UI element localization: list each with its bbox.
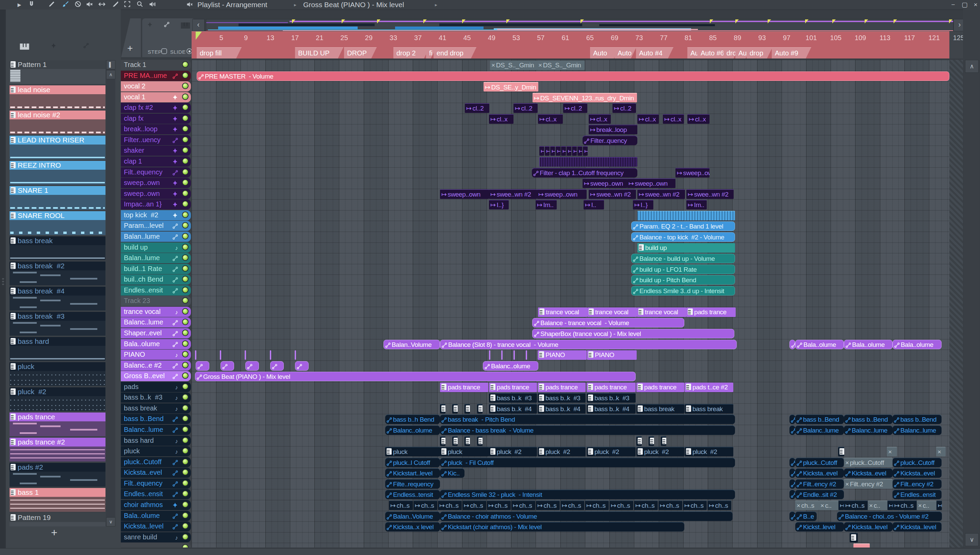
pattern-item[interactable]: bass 1	[10, 488, 106, 512]
audio-clip[interactable]: ×Filt..ency #2	[844, 479, 893, 489]
timeline-marker[interactable]: end drop	[434, 47, 476, 58]
overview-scroll-left-icon[interactable]: ‹	[192, 19, 204, 31]
pattern-item[interactable]: lead noise #2	[10, 111, 106, 135]
track-mute-led[interactable]	[182, 448, 188, 454]
zoom-icon[interactable]	[134, 1, 146, 9]
pattern-clip[interactable]: pads trance	[686, 308, 736, 317]
timeline-marker[interactable]: BUILD UP	[295, 47, 343, 58]
pattern-clip[interactable]: pluck #2	[538, 447, 586, 456]
timeline-marker[interactable]: drop 2	[394, 47, 429, 58]
automation-clip[interactable]: pluck - Fil Cutoff	[440, 458, 735, 467]
link-category-icon[interactable]	[84, 43, 89, 50]
automation-clip[interactable]	[295, 361, 308, 371]
track-header[interactable]: Track 23	[121, 296, 191, 306]
breadcrumb-clip[interactable]: Gross Beat (PIANO ) - Mix level	[303, 0, 404, 10]
automation-clip[interactable]: Gross Beat (PIANO ) - Mix level	[195, 372, 636, 381]
audio-clip[interactable]: ↦ch..s	[487, 500, 511, 510]
track-mute-led[interactable]	[182, 115, 188, 121]
track-header[interactable]: sweep..own	[121, 178, 191, 188]
scroll-down-icon[interactable]: ∨	[965, 533, 978, 546]
track-mute-led[interactable]	[182, 523, 188, 529]
scroll-up-icon[interactable]: ∧	[965, 60, 978, 73]
pattern-clip[interactable]	[649, 436, 654, 446]
panel-grip[interactable]	[2, 284, 4, 285]
pattern-item[interactable]: bass break	[10, 236, 106, 261]
audio-clip[interactable]: ↦	[839, 500, 844, 510]
pattern-clip[interactable]: pluck #2	[636, 447, 684, 456]
pattern-clip[interactable]: pluck #2	[684, 447, 733, 456]
track-header[interactable]: sanre build♪	[121, 532, 191, 542]
automation-clip[interactable]: Balance - trance vocal - Volume	[532, 318, 684, 327]
minimize-button[interactable]: −	[948, 0, 958, 10]
pattern-item[interactable]: pads trance	[10, 412, 106, 437]
tick-clip[interactable]	[195, 350, 196, 360]
automation-clip[interactable]	[789, 458, 795, 467]
automation-clip[interactable]	[789, 479, 795, 489]
timeline-marker[interactable]: drop fill	[197, 47, 242, 58]
automation-clip[interactable]: bass b..h Bend	[385, 415, 440, 424]
automation-clip[interactable]: Kickstart (choir athmos) - Mix level	[440, 522, 684, 531]
automation-clip[interactable]: Balan..Volume	[385, 512, 440, 521]
pattern-clip[interactable]	[452, 436, 458, 446]
playlist-speaker-icon[interactable]	[184, 1, 195, 9]
automation-clip[interactable]: Kickstart..level	[385, 468, 440, 478]
automation-clip[interactable]	[245, 361, 259, 371]
track-header[interactable]: Balan..lume	[121, 232, 191, 242]
breadcrumb-playlist[interactable]: Playlist - Arrangement	[198, 0, 267, 10]
pattern-clip[interactable]: pluck #2	[586, 447, 636, 456]
track-header[interactable]: bass hard♪	[121, 436, 191, 446]
pattern-clip[interactable]	[838, 447, 844, 456]
tick-clip[interactable]	[220, 350, 221, 360]
track-header[interactable]: Endles..ensit	[121, 489, 191, 499]
track-mute-led[interactable]	[182, 136, 188, 143]
automation-clip[interactable]: Filte..requency	[385, 479, 440, 489]
automation-clip[interactable]: Endles..ensit	[893, 490, 941, 499]
automation-clip[interactable]: Bala..olume	[795, 340, 844, 349]
track-mute-led[interactable]	[182, 351, 188, 358]
overview-minimap[interactable]	[206, 19, 953, 31]
tick-clip[interactable]	[270, 350, 271, 360]
automation-track-icon[interactable]	[164, 22, 169, 29]
audio-clip[interactable]: ↦cl..2	[563, 103, 587, 113]
audio-clip[interactable]: ×DS_S.._Gmin	[537, 61, 585, 70]
pattern-clip[interactable]	[464, 404, 470, 414]
audio-clip[interactable]: ↦break..loop	[589, 125, 637, 134]
track-mute-led[interactable]	[182, 276, 188, 282]
track-header[interactable]: Filt..equency	[121, 478, 191, 489]
pattern-item[interactable]: Pattern 19	[10, 513, 106, 526]
panel-grip[interactable]	[2, 278, 4, 279]
pattern-item[interactable]: pads #2	[10, 463, 106, 487]
audio-clip[interactable]: ↦Im..	[686, 200, 707, 210]
automation-clip[interactable]: Kic..	[440, 468, 464, 478]
track-header[interactable]: bass b..Bend	[121, 414, 191, 424]
automation-clip[interactable]: Kicksta..evel	[844, 468, 893, 478]
audio-clip[interactable]: ×DS_S.._Gmin	[490, 61, 537, 70]
track-header[interactable]: PRE MA..ume	[121, 71, 191, 81]
automation-clip[interactable]: Endless Smile 3..d up - Intensit	[631, 286, 735, 295]
tick-clip[interactable]	[514, 350, 515, 360]
audio-clip[interactable]: ↦ch..s	[561, 500, 584, 510]
automation-clip[interactable]: Kicksta..x level	[385, 522, 440, 531]
mute-icon[interactable]	[84, 1, 95, 9]
track-mute-led[interactable]	[182, 233, 188, 239]
add-track-plus-icon[interactable]: +	[127, 43, 133, 54]
pattern-item[interactable]: SNARE 1	[10, 186, 106, 210]
automation-clip[interactable]: bass b..Bend	[893, 415, 941, 424]
tick-clip[interactable]	[489, 350, 490, 360]
audio-track-icon[interactable]	[147, 22, 153, 29]
pattern-clip[interactable]: pads trance	[489, 383, 537, 392]
pattern-clip[interactable]: trance vocal	[538, 308, 587, 317]
track-header[interactable]: pluck♪	[121, 446, 191, 456]
pencil-icon[interactable]	[46, 1, 58, 9]
tick-clip[interactable]	[526, 350, 527, 360]
audio-clip[interactable]: ↦sweep..own	[537, 189, 586, 199]
track-header[interactable]: build..1 Rate	[121, 264, 191, 274]
track-header[interactable]: choir athmos	[121, 500, 191, 510]
magnet-icon[interactable]	[26, 1, 37, 9]
track-header[interactable]: bass break♪	[121, 403, 191, 414]
add-pattern-button[interactable]: +	[51, 526, 58, 539]
pattern-clip[interactable]: trance vocal	[587, 308, 637, 317]
audio-clip[interactable]: ↦	[583, 146, 588, 156]
track-mute-led[interactable]	[182, 190, 188, 197]
automation-clip[interactable]	[789, 490, 795, 499]
